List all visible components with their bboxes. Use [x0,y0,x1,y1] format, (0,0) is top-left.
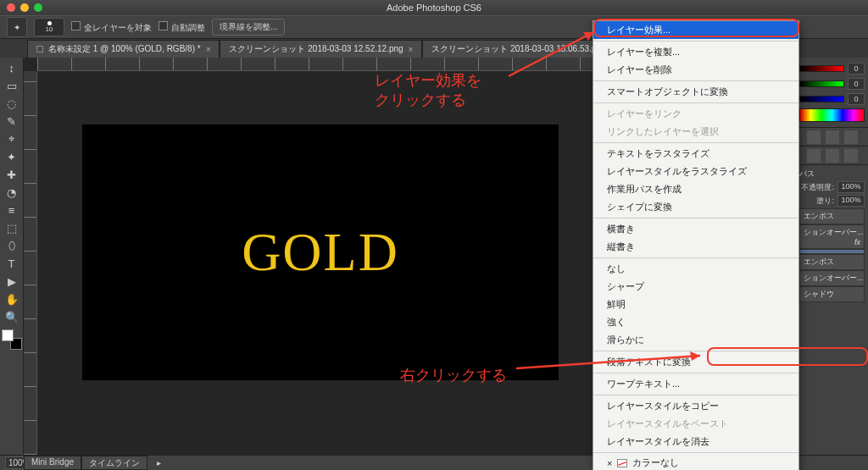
color-swatches[interactable] [2,329,22,350]
menu-separator [593,102,798,103]
svg-marker-3 [690,351,700,361]
mac-titlebar: Adobe Photoshop CS6 [0,0,868,15]
opacity-field[interactable]: 100% [837,181,865,193]
close-icon[interactable]: × [409,45,414,54]
menu-item[interactable]: スマートオブジェクトに変換 [593,83,798,101]
annotation-arrow-top [500,25,610,85]
tool-button[interactable]: ✋ [2,290,22,307]
menu-item: レイヤーをリンク [593,105,798,123]
menu-separator [593,218,798,218]
tab-label: 名称未設定 1 @ 100% (GOLD, RGB/8) * [48,43,201,55]
fill-label: 塗り: [816,196,834,207]
menu-item[interactable]: テキストをラスタライズ [593,145,798,163]
menu-item[interactable]: レイヤースタイルをコピー [593,397,798,415]
tool-button[interactable]: ≡ [2,202,22,218]
artboard[interactable]: GOLD [83,125,558,379]
menu-color-item[interactable]: ×カラーなし [593,455,798,470]
adjustments-panel-tab[interactable] [796,128,868,147]
paths-tab[interactable]: パス [799,169,865,180]
g-value[interactable]: 0 [848,78,865,90]
app-title: Adobe Photoshop CS6 [0,3,868,13]
layer-item[interactable]: ションオーバー...fx [799,224,865,249]
tool-button[interactable]: ✦ [2,148,22,165]
menu-separator [593,395,798,395]
annotation-text-top: レイヤー効果を クリックする [375,71,481,111]
mini-tab[interactable]: タイムライン [81,456,147,470]
menu-item[interactable]: 滑らかに [593,331,798,349]
styles-panel-tab[interactable] [796,147,868,165]
menu-item[interactable]: レイヤースタイルを消去 [593,433,798,451]
menu-separator [593,257,798,258]
tool-button[interactable]: ▶ [2,273,22,290]
mini-tab[interactable]: Mini Bridge [24,456,81,470]
menu-item[interactable]: 縦書き [593,238,798,256]
tool-button[interactable]: ✚ [2,166,22,183]
color-panel: 0 0 0 [796,58,868,128]
menu-separator [593,142,798,143]
right-panels: 0 0 0 パス 不透明度:100% 塗り:100% エンボスションオーバー..… [795,58,868,455]
menu-item[interactable]: レイヤースタイルをラスタライズ [593,163,798,180]
tool-button[interactable]: ◌ [2,95,22,112]
all-layers-checkbox[interactable]: 全レイヤーを対象 [71,21,152,34]
tool-button[interactable]: T [2,255,22,272]
close-icon[interactable]: × [206,45,211,54]
tool-preset-icon[interactable]: ✦ [7,17,27,37]
menu-item[interactable]: シェイプに変換 [593,198,798,216]
toolbox: ↕▭◌✎⌖✦✚◔≡⬚⬯T▶✋🔍 [0,58,24,455]
tool-button[interactable]: ✎ [2,113,22,130]
tool-button[interactable]: ⬯ [2,237,22,254]
canvas-text-gold[interactable]: GOLD [83,125,558,379]
layer-item[interactable]: エンボス [799,208,865,224]
layer-item[interactable]: エンボス [799,254,865,270]
tool-button[interactable]: ◔ [2,184,22,201]
tool-button[interactable]: ⌖ [2,130,22,147]
document-tab[interactable]: スクリーンショット 2018-03-03 12.52.12.png× [220,40,422,58]
menu-item[interactable]: 作業用パスを作成 [593,180,798,198]
menu-separator [593,452,798,453]
svg-line-0 [509,32,593,76]
brush-size-value: 10 [46,25,53,33]
mini-tabs: Mini Bridgeタイムライン [24,456,147,470]
layer-item[interactable]: シャドウ [799,286,865,302]
b-slider[interactable] [799,96,844,102]
refine-edge-button[interactable]: 境界線を調整... [212,19,285,36]
menu-item: リンクしたレイヤーを選択 [593,123,798,141]
tool-button[interactable]: ↕ [2,59,22,76]
menu-item: レイヤースタイルをペースト [593,415,798,433]
info-chevron-icon[interactable]: ▸ [157,458,161,467]
menu-item[interactable]: ワープテキスト... [593,375,798,393]
fill-field[interactable]: 100% [837,195,865,207]
tool-button[interactable]: ⬚ [2,219,22,236]
g-slider[interactable] [799,80,844,87]
brush-size-well[interactable]: 10 [34,18,64,36]
opacity-label: 不透明度: [801,182,834,193]
ruler-vertical [24,71,37,455]
r-value[interactable]: 0 [848,63,865,75]
spectrum-strip[interactable] [799,108,865,122]
layer-context-menu: レイヤー効果...レイヤーを複製...レイヤーを削除スマートオブジェクトに変換レ… [593,20,799,470]
document-tab[interactable]: 名称未設定 1 @ 100% (GOLD, RGB/8) *× [27,40,220,58]
layer-item[interactable]: ションオーバー... [799,270,865,286]
menu-item[interactable]: 強く [593,313,798,331]
b-value[interactable]: 0 [848,93,865,105]
color-swatch-icon [617,459,627,467]
r-slider[interactable] [799,65,844,72]
tool-button[interactable]: 🔍 [2,308,22,325]
annotation-arrow-bottom [512,347,707,373]
menu-item[interactable]: 鮮明 [593,296,798,313]
tab-label: スクリーンショット 2018-03-03 12.52.12.png [229,43,403,55]
menu-item[interactable]: レイヤー効果... [593,21,798,39]
auto-adjust-checkbox[interactable]: 自動調整 [159,21,205,34]
menu-separator [593,80,798,81]
menu-item[interactable]: レイヤーを複製... [593,43,798,61]
menu-item[interactable]: レイヤーを削除 [593,61,798,79]
menu-item[interactable]: 横書き [593,220,798,238]
annotation-text-bottom: 右クリックする [400,366,507,385]
svg-line-2 [516,356,700,368]
menu-separator [593,41,798,41]
fx-badge: fx [854,238,860,246]
menu-item[interactable]: なし [593,260,798,278]
menu-separator [593,373,798,373]
menu-item[interactable]: シャープ [593,278,798,296]
tool-button[interactable]: ▭ [2,77,22,94]
